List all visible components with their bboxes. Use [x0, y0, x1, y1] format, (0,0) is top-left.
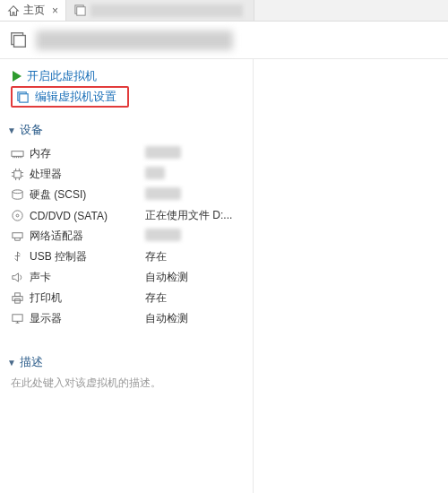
- tab-bar: 主页 ×: [0, 0, 448, 22]
- edit-settings-label: 编辑虚拟机设置: [35, 89, 116, 105]
- chevron-down-icon: ▼: [7, 125, 16, 135]
- device-value-blurred: [145, 146, 181, 159]
- tab-vm-label-blurred: [90, 4, 243, 17]
- tab-home-label: 主页: [23, 3, 45, 18]
- power-on-vm-link[interactable]: 开启此虚拟机: [11, 66, 249, 86]
- edit-settings-icon: [16, 91, 30, 104]
- title-bar: [0, 22, 448, 59]
- svg-rect-5: [20, 93, 28, 101]
- tab-vm[interactable]: [66, 0, 254, 21]
- device-row-nic[interactable]: 网络适配器: [11, 226, 249, 246]
- device-row-printer[interactable]: 打印机 存在: [11, 288, 249, 308]
- tab-home[interactable]: 主页 ×: [0, 0, 66, 21]
- device-name: 硬盘 (SCSI): [30, 187, 86, 203]
- cd-icon: [11, 209, 24, 222]
- device-value: 存在: [145, 250, 167, 263]
- close-icon[interactable]: ×: [52, 4, 58, 17]
- display-icon: [11, 312, 24, 325]
- device-list: 内存 处理器 硬盘 (SCSI): [11, 143, 249, 329]
- device-row-usb[interactable]: USB 控制器 存在: [11, 246, 249, 267]
- svg-point-8: [13, 190, 22, 194]
- memory-icon: [11, 147, 24, 160]
- device-row-display[interactable]: 显示器 自动检测: [11, 308, 249, 329]
- device-name: 声卡: [30, 270, 51, 285]
- device-name: 处理器: [30, 167, 62, 182]
- device-value-blurred: [145, 167, 165, 179]
- device-row-cd[interactable]: CD/DVD (SATA) 正在使用文件 D:...: [11, 205, 249, 226]
- device-name: 网络适配器: [30, 229, 83, 244]
- svg-rect-3: [14, 35, 26, 47]
- chevron-down-icon: ▼: [7, 358, 16, 368]
- device-name: CD/DVD (SATA): [30, 210, 108, 222]
- home-icon: [7, 4, 20, 17]
- device-value-blurred: [145, 229, 181, 241]
- cpu-icon: [11, 168, 24, 181]
- svg-rect-1: [77, 7, 85, 15]
- summary-panel: 开启此虚拟机 编辑虚拟机设置 ▼ 设备 内存: [0, 59, 254, 493]
- vm-tab-icon: [73, 4, 87, 17]
- device-row-cpu[interactable]: 处理器: [11, 164, 249, 185]
- description-section-header[interactable]: ▼ 描述: [7, 354, 249, 370]
- svg-rect-13: [15, 293, 21, 297]
- hdd-icon: [11, 188, 24, 202]
- device-name: 内存: [30, 146, 51, 161]
- description-placeholder[interactable]: 在此处键入对该虚拟机的描述。: [11, 376, 249, 391]
- usb-icon: [11, 250, 24, 264]
- description-header-label: 描述: [20, 354, 43, 370]
- device-value: 自动检测: [145, 312, 188, 324]
- svg-point-10: [16, 214, 19, 217]
- device-value: 正在使用文件 D:...: [145, 209, 232, 221]
- device-value-blurred: [145, 187, 181, 200]
- printer-icon: [11, 291, 24, 305]
- svg-point-9: [13, 211, 22, 221]
- vm-icon: [9, 30, 29, 50]
- play-icon: [13, 71, 22, 82]
- device-name: 打印机: [30, 290, 62, 306]
- nic-icon: [11, 229, 24, 243]
- sound-icon: [11, 271, 24, 284]
- right-pane: [254, 59, 448, 493]
- device-name: 显示器: [30, 311, 62, 326]
- device-value: 存在: [145, 291, 167, 304]
- device-name: USB 控制器: [30, 249, 87, 264]
- svg-rect-6: [12, 151, 23, 157]
- devices-header-label: 设备: [20, 122, 43, 138]
- device-row-sound[interactable]: 声卡 自动检测: [11, 267, 249, 288]
- device-row-hdd[interactable]: 硬盘 (SCSI): [11, 185, 249, 205]
- power-on-label: 开启此虚拟机: [27, 68, 97, 84]
- device-row-memory[interactable]: 内存: [11, 143, 249, 164]
- edit-vm-settings-link[interactable]: 编辑虚拟机设置: [11, 86, 129, 108]
- svg-rect-11: [13, 233, 22, 238]
- devices-section-header[interactable]: ▼ 设备: [7, 122, 249, 138]
- vm-title-blurred: [36, 30, 233, 50]
- svg-rect-15: [13, 315, 22, 322]
- device-value: 自动检测: [145, 271, 188, 283]
- svg-rect-7: [14, 171, 22, 178]
